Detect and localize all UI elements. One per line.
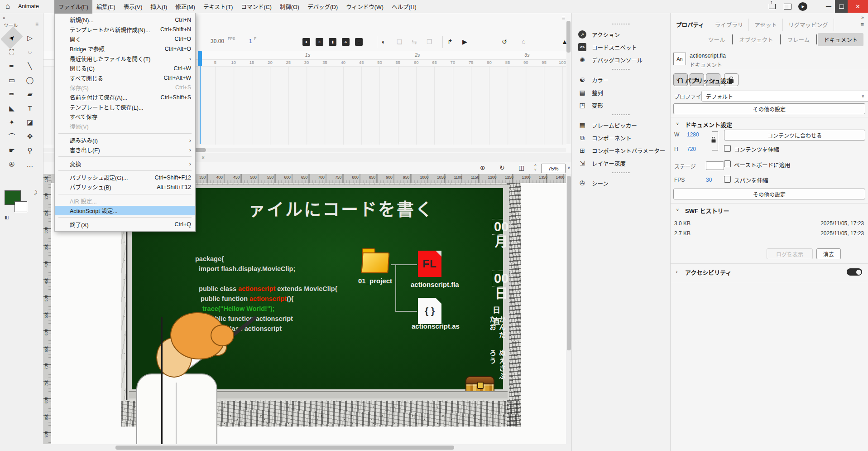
file-menu-item[interactable]: 変換›: [55, 159, 195, 168]
fps-value[interactable]: 30: [706, 177, 712, 183]
timeline-vertical-scrollbar-thumb[interactable]: [566, 21, 571, 53]
file-menu-item[interactable]: 読み込み(I)›: [55, 136, 195, 145]
width-value[interactable]: 1280: [687, 131, 699, 138]
file-menu-item[interactable]: 最近使用したファイルを開く(T)›: [55, 54, 195, 63]
rotate-stage-icon[interactable]: ↻: [499, 164, 505, 171]
file-menu-item[interactable]: 新規(N)...Ctrl+N: [55, 15, 195, 24]
asset-warp-tool[interactable]: ✥: [21, 129, 39, 143]
properties-tab-ライブラリ[interactable]: ライブラリ: [710, 19, 749, 31]
onion-skin-icon[interactable]: ◐: [382, 38, 385, 46]
panel-group-handle[interactable]: [612, 114, 630, 115]
stage-horizontal-scrollbar[interactable]: [43, 444, 571, 451]
fps-value[interactable]: 30.00: [211, 38, 224, 44]
layer-depth-panel[interactable]: ⇲レイヤー深度: [578, 158, 626, 169]
eraser-tool[interactable]: ◪: [21, 115, 39, 129]
zoom-level-select[interactable]: 75%: [541, 164, 566, 173]
insert-blank-keyframe-icon[interactable]: ○: [316, 38, 323, 46]
file-menu-item[interactable]: すべて閉じるCtrl+Alt+W: [55, 73, 195, 82]
file-menu-item[interactable]: パブリッシュ設定(G)...Ctrl+Shift+F12: [55, 173, 195, 182]
debug-console-panel[interactable]: ✺デバッグコンソール: [578, 54, 643, 65]
bone-tool[interactable]: ⌒: [3, 129, 21, 143]
height-value[interactable]: 720: [687, 146, 696, 152]
file-menu-item[interactable]: ActionScript 設定...: [55, 206, 195, 215]
components-panel[interactable]: ⧉コンポーネント: [578, 132, 632, 143]
auto-keyframe-icon[interactable]: A: [342, 38, 350, 46]
folder-icon[interactable]: [362, 252, 389, 273]
properties-subtab-オブジェクト[interactable]: オブジェクト: [734, 33, 779, 46]
menu-view[interactable]: 表示(V): [120, 0, 147, 14]
as-file-icon[interactable]: { }: [418, 298, 441, 324]
brush-tool[interactable]: ▰: [21, 87, 39, 101]
export-frame-icon[interactable]: ↱: [447, 38, 453, 46]
play-icon[interactable]: ▶: [462, 38, 467, 46]
file-menu-item[interactable]: 終了(X)Ctrl+Q: [55, 219, 195, 229]
publish-settings-header[interactable]: パブリッシュ設定: [685, 76, 732, 85]
center-stage-icon[interactable]: ⊕: [480, 164, 485, 171]
hand-tool[interactable]: ☛: [3, 143, 21, 157]
frame-picker-panel[interactable]: ▦フレームピッカー: [578, 120, 637, 131]
file-menu-item[interactable]: 書き出し(E)›: [55, 145, 195, 155]
accessibility-header[interactable]: アクセシビリティ: [685, 268, 732, 276]
accessibility-toggle[interactable]: [847, 268, 862, 276]
swap-colors-icon[interactable]: ⤸: [34, 189, 37, 195]
menu-edit[interactable]: 編集(E): [92, 0, 120, 14]
maximize-button[interactable]: [835, 0, 848, 13]
scale-span-checkbox[interactable]: [724, 176, 731, 183]
file-menu-item[interactable]: 保存(S)Ctrl+S: [55, 83, 195, 92]
oval-tool[interactable]: ◯: [21, 73, 39, 87]
tools-panel-menu-icon[interactable]: ≡: [35, 21, 38, 27]
file-menu-item[interactable]: AIR 設定...: [55, 196, 195, 206]
subselection-tool[interactable]: ▷: [21, 31, 39, 45]
show-log-button[interactable]: ログを表示: [767, 248, 813, 259]
transform-panel[interactable]: ◳変形: [578, 100, 603, 111]
camera-tool[interactable]: ✇: [3, 157, 21, 171]
swap-frames-icon[interactable]: ⇆: [412, 38, 417, 46]
panel-group-handle[interactable]: [612, 172, 630, 173]
actions-panel[interactable]: ↗アクション: [578, 29, 620, 40]
component-parameters-panel[interactable]: ⊞コンポーネントパラメーター: [578, 145, 665, 156]
date-day[interactable]: 00 日: [492, 271, 511, 301]
delete-frame-icon[interactable]: −: [355, 38, 363, 46]
properties-subtab-ドキュメント[interactable]: ドキュメント: [818, 33, 863, 46]
menu-file[interactable]: ファイル(F): [54, 0, 92, 14]
code-snippets-panel[interactable]: <>コードスニペット: [578, 42, 637, 53]
publish-more-settings-button[interactable]: その他の設定: [673, 103, 865, 114]
minimize-button[interactable]: —: [822, 0, 835, 13]
align-panel[interactable]: ▤整列: [578, 87, 603, 98]
properties-subtab-フレーム[interactable]: フレーム: [782, 33, 816, 46]
swf-section-chevron[interactable]: ∨: [676, 208, 679, 212]
properties-tab-リグマッピング[interactable]: リグマッピング: [783, 19, 834, 31]
teacher-character[interactable]: [121, 247, 257, 451]
menu-insert[interactable]: 挿入(I): [146, 0, 171, 14]
scenes-panel[interactable]: ✇シーン: [578, 178, 609, 189]
menu-window[interactable]: ウィンドウ(W): [342, 0, 388, 14]
paint-bucket-tool[interactable]: ◣: [3, 101, 21, 115]
eyedropper-tool[interactable]: ✦: [3, 115, 21, 129]
more-tools[interactable]: …: [21, 157, 39, 171]
share-icon[interactable]: [764, 0, 780, 13]
clear-history-button[interactable]: 消去: [816, 248, 841, 259]
clip-content-icon[interactable]: ◫: [518, 164, 524, 171]
accessibility-chevron[interactable]: ›: [676, 269, 677, 274]
date-month[interactable]: 00 月: [492, 219, 511, 250]
zoom-tool[interactable]: ⚲: [21, 143, 39, 157]
insert-keyframe-icon[interactable]: ●: [302, 38, 310, 46]
scale-content-checkbox[interactable]: [724, 145, 731, 152]
panel-group-handle[interactable]: [612, 24, 630, 24]
zoom-chevron-icon[interactable]: ∨: [567, 165, 571, 170]
properties-subtab-ツール[interactable]: ツール: [702, 33, 731, 46]
rectangle-tool[interactable]: ▭: [3, 73, 21, 87]
menu-modify[interactable]: 修正(M): [171, 0, 199, 14]
loop-icon[interactable]: ◌: [522, 38, 525, 46]
stage-vertical-scrollbar[interactable]: [566, 174, 571, 451]
document-more-settings-button[interactable]: その他の設定: [673, 189, 865, 199]
insert-frame-icon[interactable]: ▮: [329, 38, 336, 46]
properties-tab-アセット[interactable]: アセット: [749, 19, 783, 31]
center-playhead-icon[interactable]: ↺: [502, 38, 507, 46]
stage-color-swatch[interactable]: [706, 161, 724, 170]
properties-menu-icon[interactable]: ≡: [860, 21, 864, 28]
test-movie-icon[interactable]: ▶: [795, 0, 810, 13]
collapse-tools-icon[interactable]: «: [3, 15, 5, 20]
stroke-color-swatch[interactable]: [14, 201, 27, 212]
docset-section-chevron[interactable]: ∨: [676, 121, 679, 126]
